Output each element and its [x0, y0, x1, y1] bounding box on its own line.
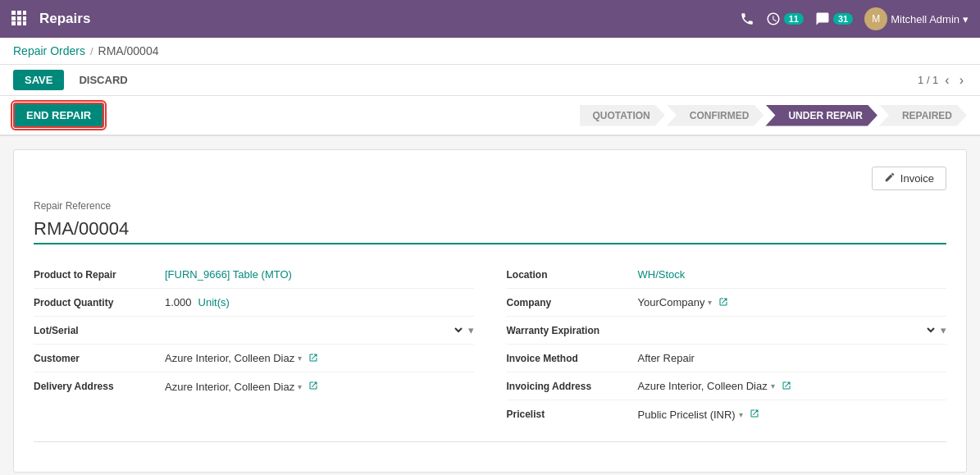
invoicing-select: Azure Interior, Colleen Diaz ▾	[638, 380, 947, 392]
chat-button[interactable]: 31	[815, 11, 853, 26]
pagination-text: 1 / 1	[918, 74, 938, 86]
pricelist-caret[interactable]: ▾	[739, 410, 743, 419]
field-label-invoice-method: Invoice Method	[507, 353, 638, 364]
breadcrumb-parent[interactable]: Repair Orders	[13, 44, 85, 57]
qty-unit[interactable]: Unit(s)	[198, 296, 230, 308]
field-company: Company YourCompany ▾	[507, 289, 947, 317]
svg-rect-2	[23, 11, 26, 15]
company-caret[interactable]: ▾	[708, 298, 712, 307]
breadcrumb-separator: /	[90, 45, 93, 57]
right-col: Location WH/Stock Company YourCompany ▾ …	[507, 261, 947, 428]
breadcrumb: Repair Orders / RMA/00004	[0, 38, 980, 65]
save-button[interactable]: SAVE	[13, 70, 64, 90]
field-value-product[interactable]: [FURN_9666] Table (MTO)	[165, 268, 474, 281]
user-name: Mitchell Admin	[891, 13, 959, 25]
app-title: Repairs	[39, 11, 740, 27]
field-label-qty: Product Quantity	[34, 297, 165, 308]
field-value-qty: 1.000 Unit(s)	[165, 296, 474, 308]
field-lot-serial: Lot/Serial ▾	[34, 317, 474, 345]
company-ext-link[interactable]	[718, 297, 728, 308]
end-repair-button[interactable]: END REPAIR	[13, 103, 104, 128]
customer-ext-link[interactable]	[308, 353, 318, 364]
field-label-product: Product to Repair	[34, 269, 165, 281]
delivery-value[interactable]: Azure Interior, Colleen Diaz	[165, 381, 294, 393]
field-pricelist: Pricelist Public Pricelist (INR) ▾	[507, 400, 947, 428]
invoice-button[interactable]: Invoice	[872, 167, 946, 190]
field-invoice-method: Invoice Method After Repair	[507, 345, 947, 372]
company-value[interactable]: YourCompany	[638, 296, 705, 308]
field-label-company: Company	[507, 297, 638, 308]
status-bar: END REPAIR QUOTATION CONFIRMED UNDER REP…	[0, 96, 980, 136]
repair-reference-input[interactable]	[34, 215, 946, 244]
customer-caret[interactable]: ▾	[298, 354, 302, 363]
lot-caret: ▾	[468, 324, 474, 336]
qty-value[interactable]: 1.000	[165, 296, 192, 308]
pagination: 1 / 1 ‹ ›	[918, 73, 967, 88]
form-card: Invoice Repair Reference Product to Repa…	[13, 149, 967, 473]
breadcrumb-current: RMA/00004	[98, 44, 159, 57]
clock-button[interactable]: 11	[766, 11, 804, 26]
discard-button[interactable]: DISCARD	[71, 70, 135, 90]
phone-button[interactable]	[740, 11, 754, 26]
field-customer: Customer Azure Interior, Colleen Diaz ▾	[34, 345, 474, 372]
delivery-select: Azure Interior, Colleen Diaz ▾	[165, 381, 474, 393]
field-invoicing-address: Invoicing Address Azure Interior, Collee…	[507, 372, 947, 400]
delivery-caret[interactable]: ▾	[298, 382, 302, 391]
pricelist-select: Public Pricelist (INR) ▾	[638, 409, 947, 421]
pagination-prev[interactable]: ‹	[941, 73, 952, 88]
field-label-location: Location	[507, 269, 638, 281]
chat-badge: 31	[833, 13, 853, 25]
invoice-icon	[884, 171, 896, 185]
pricelist-ext-link[interactable]	[750, 409, 759, 420]
field-label-warranty: Warranty Expiration	[507, 325, 638, 336]
delivery-ext-link[interactable]	[308, 381, 318, 392]
field-label-pricelist: Pricelist	[507, 409, 638, 420]
step-quotation[interactable]: QUOTATION	[580, 105, 665, 126]
field-label-delivery: Delivery Address	[34, 381, 165, 392]
field-label-customer: Customer	[34, 353, 165, 364]
lot-select[interactable]	[165, 323, 465, 337]
customer-select: Azure Interior, Colleen Diaz ▾	[165, 352, 474, 364]
customer-value[interactable]: Azure Interior, Colleen Diaz	[165, 352, 294, 364]
svg-rect-1	[17, 11, 21, 15]
pagination-next[interactable]: ›	[956, 73, 967, 88]
action-bar: SAVE DISCARD 1 / 1 ‹ ›	[0, 65, 980, 96]
svg-rect-6	[11, 21, 16, 25]
form-grid: Product to Repair [FURN_9666] Table (MTO…	[34, 261, 946, 428]
field-value-invoice-method: After Repair	[638, 352, 947, 364]
pricelist-value[interactable]: Public Pricelist (INR)	[638, 409, 736, 421]
lot-select-wrapper: ▾	[165, 323, 474, 337]
form-divider	[34, 441, 946, 442]
grid-icon[interactable]	[11, 11, 26, 28]
field-product-to-repair: Product to Repair [FURN_9666] Table (MTO…	[34, 261, 474, 289]
step-confirmed[interactable]: CONFIRMED	[667, 105, 764, 126]
nav-icons: 11 31 M Mitchell Admin ▾	[740, 7, 969, 30]
warranty-select-wrapper: ▾	[638, 323, 947, 337]
avatar: M	[864, 7, 887, 30]
invoicing-ext-link[interactable]	[782, 381, 791, 392]
svg-rect-7	[17, 21, 21, 25]
field-warranty: Warranty Expiration ▾	[507, 317, 947, 345]
user-menu-chevron: ▾	[963, 13, 969, 25]
field-location: Location WH/Stock	[507, 261, 947, 289]
field-label-lot: Lot/Serial	[34, 325, 165, 336]
clock-badge: 11	[784, 13, 804, 25]
invoice-row: Invoice	[34, 167, 946, 190]
repair-reference-label: Repair Reference	[34, 200, 946, 212]
invoicing-caret[interactable]: ▾	[771, 381, 775, 391]
field-product-quantity: Product Quantity 1.000 Unit(s)	[34, 289, 474, 317]
invoicing-value[interactable]: Azure Interior, Colleen Diaz	[638, 380, 768, 392]
workflow-steps: QUOTATION CONFIRMED UNDER REPAIR REPAIRE…	[580, 105, 967, 126]
step-repaired[interactable]: REPAIRED	[879, 105, 967, 126]
field-delivery-address: Delivery Address Azure Interior, Colleen…	[34, 372, 474, 400]
step-under-repair[interactable]: UNDER REPAIR	[765, 105, 877, 126]
svg-rect-0	[11, 11, 16, 15]
main-content: Invoice Repair Reference Product to Repa…	[0, 136, 980, 475]
field-label-invoicing-address: Invoicing Address	[507, 381, 638, 392]
field-value-location[interactable]: WH/Stock	[638, 268, 947, 281]
svg-rect-3	[11, 16, 16, 21]
invoice-label: Invoice	[900, 172, 934, 185]
warranty-select[interactable]	[638, 323, 938, 337]
warranty-caret: ▾	[941, 324, 946, 336]
user-menu[interactable]: M Mitchell Admin ▾	[864, 7, 969, 30]
